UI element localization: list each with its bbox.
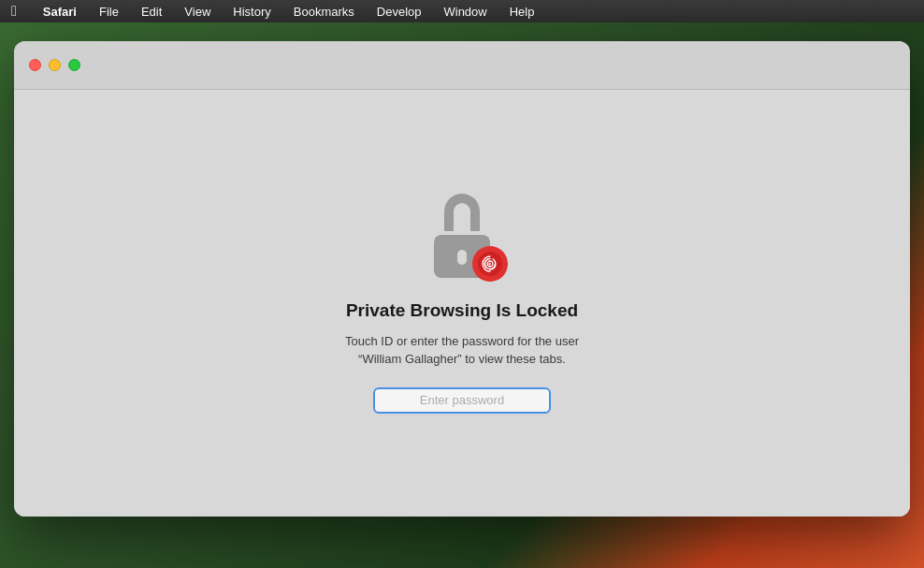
develop-menu-item[interactable]: Develop: [373, 5, 426, 19]
lock-icon-container: [420, 194, 504, 278]
fingerprint-svg: [477, 251, 503, 277]
lock-title: Private Browsing Is Locked: [346, 300, 578, 321]
close-button[interactable]: [29, 59, 41, 71]
browser-window: Private Browsing Is Locked Touch ID or e…: [14, 41, 910, 517]
desktop-background: Private Browsing Is Locked Touch ID or e…: [0, 22, 924, 568]
lock-keyhole-icon: [457, 250, 467, 265]
minimize-button[interactable]: [49, 59, 61, 71]
menu-bar:  Safari File Edit View History Bookmark…: [0, 0, 924, 22]
window-content: Private Browsing Is Locked Touch ID or e…: [14, 90, 910, 517]
lock-shackle-icon: [444, 194, 480, 231]
bookmarks-menu-item[interactable]: Bookmarks: [290, 5, 358, 19]
window-chrome: [14, 41, 910, 90]
lock-description-line1: Touch ID or enter the password for the u…: [345, 334, 579, 348]
file-menu-item[interactable]: File: [95, 5, 123, 19]
lock-description: Touch ID or enter the password for the u…: [345, 332, 579, 369]
help-menu-item[interactable]: Help: [506, 5, 539, 19]
traffic-lights: [29, 59, 80, 71]
fingerprint-badge-icon: [472, 246, 508, 282]
maximize-button[interactable]: [68, 59, 80, 71]
view-menu-item[interactable]: View: [180, 5, 214, 19]
history-menu-item[interactable]: History: [229, 5, 274, 19]
password-input[interactable]: [373, 387, 551, 414]
window-menu-item[interactable]: Window: [440, 5, 490, 19]
edit-menu-item[interactable]: Edit: [137, 5, 166, 19]
safari-menu-item[interactable]: Safari: [39, 5, 80, 19]
apple-menu-item[interactable]: : [7, 3, 21, 20]
lock-description-line2: “William Gallagher” to view these tabs.: [358, 352, 566, 366]
